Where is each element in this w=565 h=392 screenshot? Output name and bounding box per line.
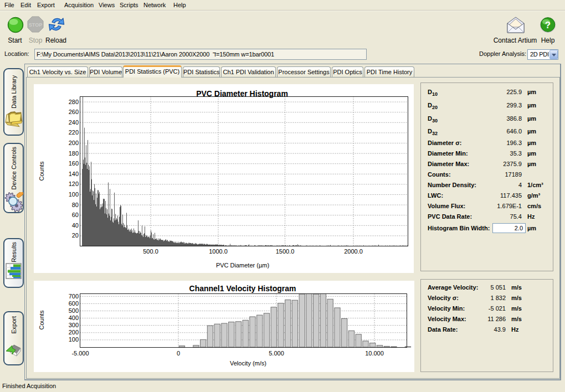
svg-text:Channel1 Velocity Histogram: Channel1 Velocity Histogram (189, 284, 296, 293)
svg-text:100: 100 (69, 191, 79, 198)
svg-text:280: 280 (69, 99, 79, 105)
svg-text:0: 0 (177, 350, 180, 357)
svg-text:2000.0: 2000.0 (344, 248, 363, 255)
svg-text:1000.0: 1000.0 (209, 248, 228, 255)
svg-text:200: 200 (69, 140, 79, 146)
svg-text:180: 180 (69, 150, 79, 157)
svg-text:400: 400 (69, 314, 79, 321)
svg-text:260: 260 (69, 109, 79, 115)
svg-text:500: 500 (69, 307, 79, 314)
svg-text:160: 160 (69, 160, 79, 167)
svg-text:10.000: 10.000 (365, 350, 384, 357)
svg-text:120: 120 (69, 180, 79, 187)
svg-text:Counts: Counts (38, 310, 45, 329)
svg-text:140: 140 (69, 171, 79, 177)
svg-text:?: ? (545, 20, 551, 30)
svg-text:200: 200 (69, 329, 79, 336)
svg-text:600: 600 (69, 300, 79, 307)
svg-text:PVC Diameter (µm): PVC Diameter (µm) (216, 262, 269, 269)
svg-text:40: 40 (72, 222, 79, 229)
svg-text:300: 300 (69, 322, 79, 328)
svg-text:100: 100 (69, 336, 79, 343)
svg-text:Velocity (m/s): Velocity (m/s) (230, 360, 266, 367)
svg-text:5.000: 5.000 (269, 350, 284, 357)
svg-text:500.0: 500.0 (143, 248, 158, 255)
svg-text:700: 700 (69, 293, 79, 300)
svg-text:240: 240 (69, 119, 79, 126)
svg-text:-5.000: -5.000 (71, 350, 89, 357)
svg-text:220: 220 (69, 129, 79, 136)
svg-text:60: 60 (72, 212, 79, 218)
svg-text:80: 80 (72, 202, 79, 208)
svg-text:STOP: STOP (29, 22, 42, 28)
svg-text:1500.0: 1500.0 (276, 248, 295, 255)
svg-text:20: 20 (72, 232, 79, 239)
svg-text:Counts: Counts (38, 161, 45, 180)
